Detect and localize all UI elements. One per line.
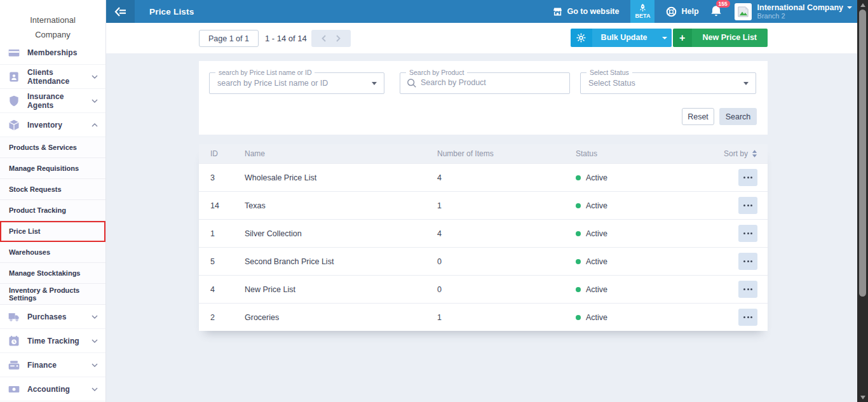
calendar-clock-icon [8,335,20,347]
cell-items: 1 [437,313,576,322]
gear-icon [571,29,592,47]
company-name-line1: International [0,13,105,27]
sidebar-collapse-button[interactable] [106,0,135,23]
scrollbar-down-arrow[interactable] [857,392,868,402]
sort-by-control[interactable]: Sort by [718,149,768,158]
company-switch-name: International Company [757,3,852,12]
banknote-icon [8,383,20,396]
cell-status: Active [576,257,718,266]
row-actions-button[interactable] [738,169,757,186]
go-to-website-link[interactable]: Go to website [552,6,620,17]
scrollbar-thumb[interactable] [859,10,866,297]
sidebar-item-purchases[interactable]: Purchases [0,305,105,329]
company-name-text: International Company [757,3,843,12]
row-actions-button[interactable] [738,281,757,298]
column-header-name: Name [245,149,437,158]
help-link[interactable]: Help [666,6,698,17]
status-label: Active [586,229,607,238]
image-placeholder-icon [737,6,749,18]
rocket-icon [639,4,646,12]
cash-register-icon [8,359,20,372]
cell-actions [718,253,768,270]
topbar-right: Go to website BETA Help 155 [552,0,857,23]
new-price-list-button[interactable]: + New Price List [673,29,768,47]
previous-page-button[interactable] [322,35,326,42]
sidebar-subitem-products-services[interactable]: Products & Services [0,137,105,158]
product-filter-legend: Search by Product [406,69,467,76]
chevron-down-icon [743,82,749,85]
scrollbar-up-arrow[interactable] [857,0,868,10]
row-actions-button[interactable] [738,225,757,242]
beta-button[interactable]: BETA [630,0,654,23]
product-search-field[interactable]: Search by Product [400,72,570,94]
notifications-button[interactable]: 155 [710,4,722,19]
sidebar-item-insurance-agents[interactable]: Insurance Agents [0,89,105,113]
chevron-down-icon [662,37,667,39]
cell-status: Active [576,285,718,294]
row-actions-button[interactable] [738,309,757,326]
sidebar-subitem-inventory-products-settings[interactable]: Inventory & Products Settings [0,284,105,305]
inventory-submenu: Products & Services Manage Requisitions … [0,137,105,305]
sidebar-item-inventory[interactable]: Inventory [0,113,105,137]
sidebar-subitem-manage-stocktakings[interactable]: Manage Stocktakings [0,263,105,284]
sidebar-subitem-warehouses[interactable]: Warehouses [0,242,105,263]
sidebar-subitem-price-list[interactable]: Price List [0,221,105,242]
new-price-list-label: New Price List [692,29,768,47]
sidebar-menu: Memberships Clients Attendance Insurance… [0,41,105,401]
bulk-update-button[interactable]: Bulk Update [571,29,672,47]
app-root: Memberships Clients Attendance Insurance… [0,0,868,402]
bulk-update-dropdown-caret[interactable] [658,29,672,47]
price-list-name-filter-select[interactable]: search by Price List name or ID search b… [209,72,384,94]
page-title: Price Lists [149,7,194,17]
cell-status: Active [576,173,718,182]
status-label: Active [586,201,607,210]
sidebar-item-label: Insurance Agents [27,92,92,110]
sidebar-item-clients-attendance[interactable]: Clients Attendance [0,65,105,89]
sidebar-subitem-stock-requests[interactable]: Stock Requests [0,179,105,200]
company-switcher[interactable]: International Company Branch 2 [735,3,852,20]
sidebar-subitem-product-tracking[interactable]: Product Tracking [0,200,105,221]
chevron-down-icon [92,363,98,367]
cell-status: Active [576,313,718,322]
table-row[interactable]: 3 Wholesale Price List 4 Active [199,163,768,191]
cell-items: 0 [437,257,576,266]
table-row[interactable]: 14 Texas 1 Active [199,191,768,219]
status-label: Active [586,285,607,294]
table-row[interactable]: 5 Second Branch Price List 0 Active [199,247,768,275]
chevron-down-icon [92,387,98,391]
table-row[interactable]: 1 Silver Collection 4 Active [199,219,768,247]
sidebar-item-accounting[interactable]: Accounting [0,377,105,401]
status-label: Active [586,313,607,322]
cell-name: Silver Collection [245,229,437,238]
table-row[interactable]: 2 Groceries 1 Active [199,303,768,331]
next-page-button[interactable] [336,35,341,42]
sidebar-item-label: Time Tracking [27,337,92,345]
page-selector[interactable]: Page 1 of 1 [199,30,259,47]
status-label: Active [586,257,607,266]
sidebar-item-time-tracking[interactable]: Time Tracking [0,329,105,353]
status-filter-select[interactable]: Select Status Select Status [580,72,756,94]
search-icon [407,78,417,88]
sidebar-company-header: International Company [0,0,105,50]
toolbar-actions: Bulk Update + New Price List [571,29,768,47]
search-button[interactable]: Search [719,108,757,125]
status-dot [576,315,581,320]
sidebar-item-label: Clients Attendance [27,68,92,86]
cell-items: 4 [437,229,576,238]
column-header-status: Status [576,149,718,158]
sidebar-subitem-manage-requisitions[interactable]: Manage Requisitions [0,158,105,179]
cell-actions [718,309,768,326]
row-actions-button[interactable] [738,197,757,214]
notification-count-badge: 155 [716,0,730,8]
storefront-icon [552,6,563,17]
sidebar-item-label: Inventory [27,121,92,130]
sidebar-item-finance[interactable]: Finance [0,353,105,377]
row-actions-button[interactable] [738,253,757,270]
results-range-label: 1 - 14 of 14 [265,34,307,43]
company-avatar [735,3,752,20]
reset-button[interactable]: Reset [682,108,714,125]
table-header-row: ID Name Number of Items Status Sort by [199,144,768,163]
sidebar: Memberships Clients Attendance Insurance… [0,0,106,402]
table-row[interactable]: 4 New Price List 0 Active [199,275,768,303]
cell-name: Texas [245,201,437,210]
